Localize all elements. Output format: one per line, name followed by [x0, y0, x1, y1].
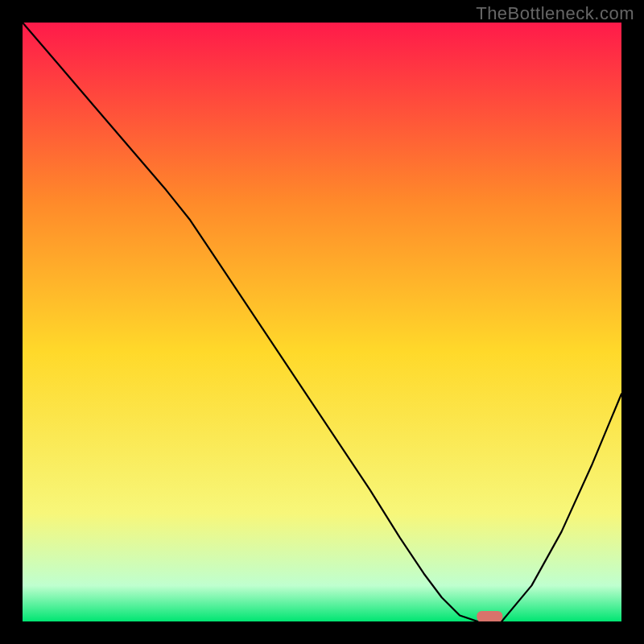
chart-svg [23, 23, 621, 621]
watermark-text: TheBottleneck.com [476, 3, 634, 24]
chart-frame: TheBottleneck.com [0, 0, 644, 644]
gradient-background [23, 23, 621, 621]
plot-area [23, 23, 621, 621]
optimal-marker [477, 611, 502, 621]
